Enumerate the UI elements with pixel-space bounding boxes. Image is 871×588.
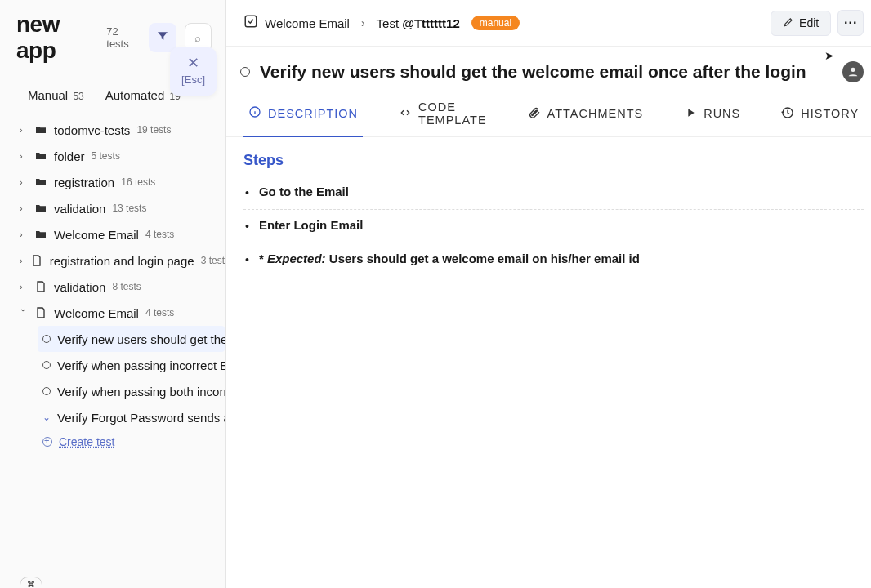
tree-item-registration[interactable]: › registration 16 tests — [16, 169, 225, 195]
svg-point-1 — [851, 68, 855, 72]
tab-automated[interactable]: Automated 19 — [105, 88, 181, 102]
tree-item-label: validation — [54, 280, 105, 294]
more-button[interactable]: ··· — [838, 10, 864, 36]
test-label: Verify when passing both incorr — [57, 385, 225, 399]
status-ring-icon — [42, 387, 51, 395]
tree-item-count: 16 tests — [121, 176, 155, 188]
chevron-down-icon: ⌄ — [42, 412, 51, 423]
topbar: Welcome Email › Test @Ttttttt12 manual E… — [226, 0, 871, 47]
tab-manual-label: Manual — [28, 88, 68, 102]
tree-item-count: 13 tests — [112, 203, 146, 214]
code-icon — [399, 106, 412, 122]
tree-item-count: 3 test — [201, 255, 225, 266]
tree-item-label: folder — [54, 149, 85, 163]
detail-tabs: DESCRIPTION CODE TEMPLATE ATTACHMENTS RU… — [226, 91, 871, 137]
tree-item-validation-folder[interactable]: › validation 13 tests — [16, 195, 225, 221]
chevron-right-icon: › — [20, 151, 28, 161]
breadcrumb-parent[interactable]: Welcome Email — [265, 16, 350, 30]
tree-item-label: registration and login page — [50, 254, 194, 268]
test-row[interactable]: Verify new users should get the — [38, 326, 225, 352]
status-ring-icon — [42, 335, 51, 343]
folder-icon — [34, 176, 47, 189]
tree-item-todomvc[interactable]: › todomvc-tests 19 tests — [16, 117, 225, 143]
test-check-icon — [243, 14, 258, 32]
status-ring-icon — [240, 67, 250, 77]
steps-list: Go to the Email Enter Login Email * Expe… — [243, 176, 864, 276]
create-test-label: Create test — [59, 435, 114, 448]
step-prefix: * — [259, 252, 267, 265]
steps-heading: Steps — [243, 152, 864, 176]
cursor-icon: ➤ — [824, 49, 834, 62]
tree-item-count: 4 tests — [145, 229, 174, 240]
tree-item-label: todomvc-tests — [54, 123, 130, 137]
close-icon[interactable]: ✕ — [181, 56, 205, 70]
step-text: Go to the Email — [259, 185, 349, 198]
edit-label: Edit — [799, 16, 819, 29]
step-text: Enter Login Email — [259, 218, 364, 232]
tree-item-count: 19 tests — [136, 124, 171, 136]
tree-item-label: validation — [54, 202, 105, 216]
test-label: Verify new users should get the — [57, 332, 225, 346]
play-icon — [684, 106, 697, 122]
tree-item-count: 4 tests — [145, 307, 174, 318]
tab-history[interactable]: HISTORY — [776, 91, 864, 136]
page-title: Verify new users should get the welcome … — [260, 62, 833, 82]
status-ring-icon — [42, 361, 51, 369]
svg-rect-0 — [245, 16, 257, 27]
manual-badge: manual — [471, 16, 520, 30]
esc-label: [Esc] — [181, 74, 205, 86]
filter-button[interactable] — [149, 23, 176, 52]
chevron-right-icon: › — [20, 282, 28, 292]
tree-item-validation-file[interactable]: › validation 8 tests — [16, 274, 225, 300]
tab-label: HISTORY — [801, 107, 859, 120]
chevron-right-icon: › — [20, 125, 28, 135]
tree-item-welcome-email-folder[interactable]: › Welcome Email 4 tests — [16, 221, 225, 247]
folder-icon — [34, 123, 47, 136]
pencil-icon — [783, 16, 794, 30]
tab-label: DESCRIPTION — [268, 107, 358, 120]
tree-item-reg-login-file[interactable]: › registration and login page 3 test — [16, 247, 225, 274]
tab-code-template[interactable]: CODE TEMPLATE — [394, 91, 491, 136]
test-label: Verify Forgot Password sends a — [57, 411, 225, 425]
step-text: Users should get a welcome email on his/… — [326, 252, 640, 265]
breadcrumb-test-id: @Ttttttt12 — [402, 16, 459, 30]
chevron-right-icon: › — [20, 229, 28, 239]
tab-automated-label: Automated — [105, 88, 165, 102]
main: Welcome Email › Test @Ttttttt12 manual E… — [226, 0, 871, 588]
breadcrumb-test[interactable]: Test @Ttttttt12 — [377, 16, 460, 30]
tree-item-label: registration — [54, 176, 114, 189]
tab-manual[interactable]: Manual 53 — [28, 88, 84, 102]
step-item: Enter Login Email — [243, 210, 864, 243]
chevron-right-icon: › — [20, 203, 28, 213]
info-icon — [248, 105, 261, 121]
history-icon — [781, 106, 794, 122]
tab-runs[interactable]: RUNS — [679, 91, 745, 136]
keyboard-shortcut-icon[interactable]: ⌘ — [20, 577, 42, 588]
plus-icon — [42, 437, 52, 447]
breadcrumb-test-prefix: Test — [377, 16, 403, 30]
tree-item-count: 5 tests — [92, 150, 120, 162]
tree-item-folder[interactable]: › folder 5 tests — [16, 143, 225, 169]
tree-item-welcome-email-file[interactable]: › Welcome Email 4 tests — [16, 300, 225, 326]
tree-item-label: Welcome Email — [54, 228, 139, 242]
tree-item-label: Welcome Email — [54, 306, 139, 320]
test-row[interactable]: Verify when passing incorrect Em — [38, 352, 225, 378]
tree: › todomvc-tests 19 tests › folder 5 test… — [0, 112, 225, 588]
test-row[interactable]: ⌄ Verify Forgot Password sends a — [38, 404, 225, 430]
avatar[interactable] — [842, 61, 864, 82]
expected-label: Expected: — [267, 252, 326, 265]
tab-label: RUNS — [704, 107, 740, 120]
paperclip-icon — [528, 106, 541, 122]
tab-attachments[interactable]: ATTACHMENTS — [523, 91, 649, 136]
esc-hint[interactable]: ✕ [Esc] — [170, 47, 217, 96]
filter-icon — [156, 29, 169, 46]
chevron-right-icon: › — [20, 256, 24, 265]
edit-button[interactable]: Edit — [770, 11, 831, 36]
file-icon — [34, 280, 47, 293]
tab-label: ATTACHMENTS — [547, 107, 644, 120]
create-test-link[interactable]: Create test — [38, 430, 225, 453]
file-icon — [34, 306, 47, 319]
test-row[interactable]: Verify when passing both incorr — [38, 378, 225, 404]
tab-label: CODE TEMPLATE — [418, 100, 486, 127]
tab-description[interactable]: DESCRIPTION — [243, 91, 363, 137]
